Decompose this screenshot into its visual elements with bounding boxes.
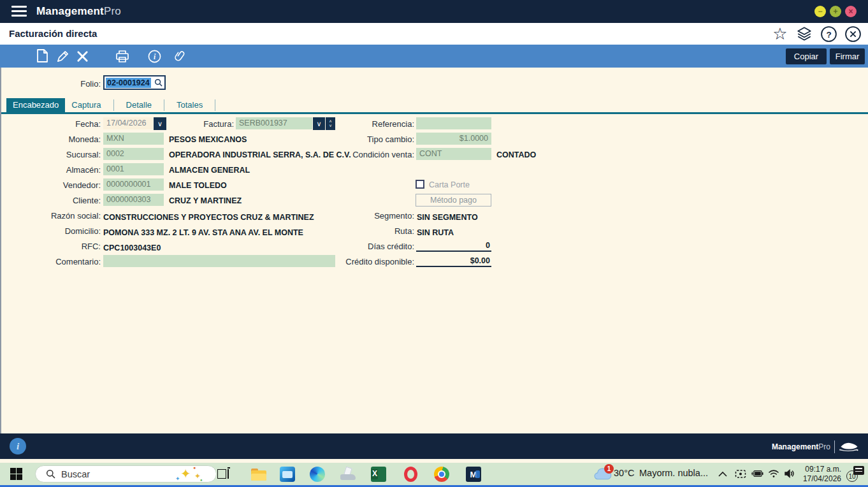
- attachment-paperclip-icon[interactable]: [172, 49, 187, 63]
- tipo-cambio-input[interactable]: $1.0000: [416, 133, 491, 145]
- copiar-button[interactable]: Copiar: [786, 48, 827, 64]
- referencia-input[interactable]: [416, 117, 491, 129]
- search-icon: [46, 469, 55, 479]
- weather-desc[interactable]: Mayorm. nubla...: [639, 468, 708, 478]
- tab-separator: [164, 99, 164, 111]
- scanner-app-icon[interactable]: [340, 466, 356, 483]
- tab-encabezado[interactable]: Encabezado: [6, 98, 65, 112]
- start-button[interactable]: [10, 468, 22, 480]
- copilot-star-icon: ✦: [175, 476, 180, 482]
- condicion-venta-input[interactable]: CONT: [416, 148, 491, 160]
- condicion-venta-desc: CONTADO: [496, 149, 536, 161]
- factura-label: Factura:: [161, 119, 234, 129]
- task-view-icon[interactable]: [215, 466, 232, 483]
- condicion-venta-label: Condición venta:: [269, 149, 414, 160]
- rfc-label: RFC:: [1, 241, 101, 252]
- folio-label: Folio:: [1, 78, 101, 89]
- clock-date: 17/04/2026: [789, 474, 841, 484]
- windows-taskbar: Buscar ✦ ✦ ● ✦ ● X M 1 30°C Mayorm. nubl…: [0, 463, 868, 485]
- referencia-label: Referencia:: [269, 119, 414, 129]
- folio-value: 02-0001924: [106, 78, 151, 88]
- dias-credito-label: Días crédito:: [269, 241, 414, 252]
- tab-separator: [113, 99, 114, 111]
- domicilio-label: Domicilio:: [1, 226, 101, 236]
- ruta-label: Ruta:: [269, 226, 414, 236]
- cast-display-icon[interactable]: [734, 468, 747, 479]
- folio-input[interactable]: 02-0001924: [103, 75, 166, 90]
- svg-text:?: ?: [826, 29, 831, 39]
- vendedor-desc: MALE TOLEDO: [169, 179, 227, 192]
- taskbar-clock[interactable]: 09:17 a.m. 17/04/2026: [789, 465, 841, 483]
- print-icon[interactable]: [115, 49, 130, 63]
- segmento-label: Segmento:: [269, 210, 414, 221]
- module-header: Facturación directa ☆ ?: [0, 23, 868, 45]
- copilot-dot-icon: ●: [193, 465, 196, 470]
- fecha-input[interactable]: 17/04/2026: [103, 117, 153, 129]
- battery-icon[interactable]: [751, 468, 763, 479]
- segmento-value: SIN SEGMENTO: [417, 211, 478, 224]
- razon-social-label: Razón social:: [1, 210, 101, 221]
- managementpro-app-icon[interactable]: M: [465, 466, 482, 483]
- copilot-sparkle-icon[interactable]: ✦: [180, 466, 191, 481]
- edit-pencil-icon[interactable]: [55, 49, 70, 63]
- chrome-icon[interactable]: [433, 466, 450, 483]
- rfc-value: CPC1003043E0: [103, 242, 161, 254]
- close-window-button[interactable]: ×: [845, 6, 857, 17]
- dias-credito-field[interactable]: 0: [416, 240, 491, 252]
- cliente-desc: CRUZ Y MARTINEZ: [169, 194, 242, 207]
- vendedor-input[interactable]: 0000000001: [103, 178, 164, 191]
- close-module-icon[interactable]: [844, 25, 862, 43]
- firmar-button[interactable]: Firmar: [830, 48, 865, 64]
- tab-captura[interactable]: Captura: [65, 98, 107, 112]
- notification-center[interactable]: 10: [845, 466, 864, 483]
- tray-chevron-up-icon[interactable]: [716, 468, 729, 479]
- file-explorer-icon[interactable]: [250, 466, 267, 483]
- maximize-button[interactable]: +: [830, 6, 841, 17]
- moneda-input[interactable]: MXN: [103, 133, 164, 145]
- hamburger-menu-icon[interactable]: [11, 6, 27, 17]
- carta-porte-label: Carta Porte: [429, 180, 470, 189]
- notification-count: 10: [846, 470, 858, 482]
- favorite-star-icon[interactable]: ☆: [771, 25, 789, 43]
- folio-search-icon[interactable]: [154, 78, 163, 87]
- action-toolbar: i Copiar Firmar: [0, 45, 868, 68]
- info-icon[interactable]: i: [147, 49, 162, 63]
- tab-totales[interactable]: Totales: [170, 98, 209, 112]
- sucursal-input[interactable]: 0002: [103, 148, 164, 160]
- outlook-icon[interactable]: [279, 466, 296, 483]
- car-logo-icon: [839, 440, 859, 454]
- sucursal-label: Sucursal:: [1, 149, 101, 160]
- ruta-value: SIN RUTA: [417, 226, 454, 239]
- metodo-pago-button[interactable]: Método pago: [416, 194, 491, 207]
- delete-x-icon[interactable]: [75, 49, 90, 63]
- tab-detalle[interactable]: Detalle: [120, 98, 158, 112]
- wifi-icon[interactable]: [767, 468, 780, 479]
- credito-disponible-field: $0.00: [416, 255, 491, 267]
- minimize-button[interactable]: −: [814, 6, 826, 17]
- opera-icon[interactable]: [402, 466, 419, 483]
- almacen-label: Almacén:: [1, 164, 101, 175]
- edge-icon[interactable]: [309, 466, 326, 483]
- cliente-input[interactable]: 0000000303: [103, 194, 164, 206]
- comentario-label: Comentario:: [1, 256, 101, 267]
- new-document-icon[interactable]: [34, 49, 50, 63]
- footer-logo: ManagementPro: [772, 440, 859, 454]
- tab-bar: Encabezado Captura Detalle Totales: [6, 98, 221, 112]
- cliente-label: Cliente:: [1, 195, 101, 206]
- weather-temp[interactable]: 30°C: [614, 468, 634, 478]
- status-footer: i ManagementPro: [0, 433, 868, 459]
- footer-info-icon[interactable]: i: [10, 438, 26, 454]
- vendedor-label: Vendedor:: [1, 180, 101, 191]
- tipo-cambio-label: Tipo cambio:: [269, 134, 414, 145]
- fecha-label: Fecha:: [1, 119, 101, 129]
- copilot-dot-icon: ●: [200, 478, 203, 482]
- search-placeholder: Buscar: [61, 469, 90, 479]
- moneda-desc: PESOS MEXICANOS: [169, 133, 247, 146]
- layers-icon[interactable]: [795, 25, 813, 43]
- almacen-input[interactable]: 0001: [103, 163, 164, 175]
- carta-porte-checkbox[interactable]: [416, 180, 424, 189]
- almacen-desc: ALMACEN GENERAL: [169, 164, 250, 177]
- help-icon[interactable]: ?: [820, 25, 837, 43]
- excel-icon[interactable]: X: [370, 466, 387, 483]
- moneda-label: Moneda:: [1, 134, 101, 145]
